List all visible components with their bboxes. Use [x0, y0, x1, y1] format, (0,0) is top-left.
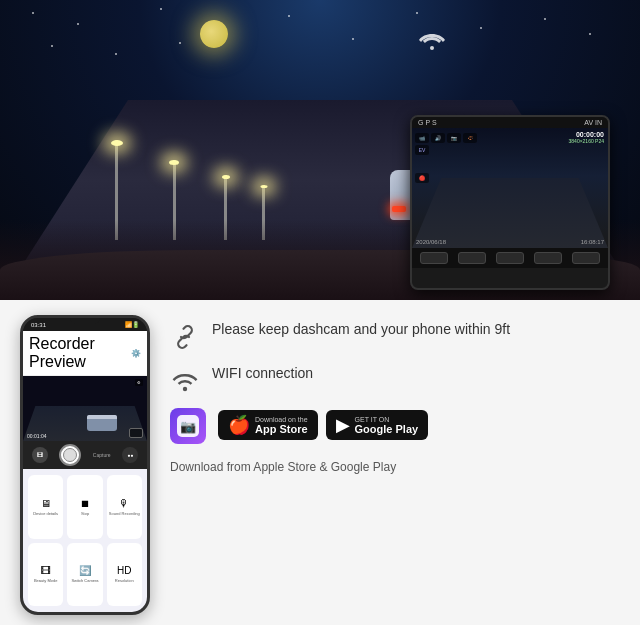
apple-icon: 🍎: [228, 414, 250, 436]
phone-ctrl-left[interactable]: 🎞: [32, 447, 48, 463]
dashcam-date: 2020/06/18: [416, 239, 446, 245]
googleplay-name: Google Play: [355, 423, 419, 435]
phone-menu-grid: 🖥 Device details ⏹ Stop 🎙 Sound Recordin…: [23, 469, 147, 612]
preview-settings-icon: ⚙: [135, 379, 143, 386]
moon: [200, 20, 228, 48]
wifi-text: WIFI connection: [212, 364, 620, 384]
wifi-row: WIFI connection: [170, 364, 620, 396]
wifi-icon: [170, 366, 200, 396]
appstore-name: App Store: [255, 423, 308, 435]
appstore-badge[interactable]: 🍎 Download on the App Store: [218, 410, 318, 440]
app-icon: 📷: [170, 408, 206, 444]
store-buttons: 🍎 Download on the App Store ▶ GET IT ON …: [218, 410, 428, 440]
phone-menu-beauty[interactable]: 🎞 Beauty Mode: [28, 543, 63, 607]
dashcam-time: 00:00:00: [569, 131, 604, 138]
phone-app-title: Recorder Preview: [29, 335, 131, 371]
dashcam-avin: AV IN: [584, 119, 602, 126]
svg-point-0: [183, 387, 187, 391]
phone-screen: Recorder Preview ⚙️ ⚙ 00:01:04 🎞: [23, 331, 147, 612]
phone-mockup: 03:31 📶🔋 Recorder Preview ⚙️ ⚙ 00:01:04: [20, 315, 150, 615]
dashcam-buttons: [412, 248, 608, 268]
info-section: Please keep dashcam and your phone withi…: [170, 315, 620, 615]
phone-ctrl-right[interactable]: ●●: [122, 447, 138, 463]
phone-ctrl-capture[interactable]: [59, 444, 81, 466]
phone-menu-sound[interactable]: 🎙 Sound Recording: [107, 475, 142, 539]
phone-notch: [70, 318, 100, 324]
dashcam-device: GPS AV IN 📹 🔊 📷 ⏱ EV: [410, 115, 610, 290]
phone-preview-controls: 🎞 Capture ●●: [23, 441, 147, 469]
phone-settings-icon[interactable]: ⚙️: [131, 349, 141, 358]
dashcam-gps: GPS: [418, 119, 439, 126]
phone-menu-res[interactable]: HD Resolution: [107, 543, 142, 607]
googleplay-badge[interactable]: ▶ GET IT ON Google Play: [326, 410, 429, 440]
phone-capture-label: Capture: [93, 452, 111, 458]
phone-menu-device[interactable]: 🖥 Device details: [28, 475, 63, 539]
preview-frame-icon: [129, 428, 143, 438]
googleplay-sub: GET IT ON: [355, 416, 419, 423]
bottom-section: 03:31 📶🔋 Recorder Preview ⚙️ ⚙ 00:01:04: [0, 300, 640, 625]
wifi-icon-road: [419, 30, 445, 56]
phone-menu-stop[interactable]: ⏹ Stop: [67, 475, 102, 539]
download-text: Download from Apple Store & Google Play: [170, 460, 620, 474]
distance-row: Please keep dashcam and your phone withi…: [170, 320, 620, 352]
phone-timer: 00:01:04: [27, 433, 46, 439]
appstore-row: 📷 🍎 Download on the App Store ▶ GET IT O…: [170, 408, 620, 444]
distance-text: Please keep dashcam and your phone withi…: [212, 320, 620, 340]
phone-app-header: Recorder Preview ⚙️: [23, 331, 147, 376]
phone-preview-area: ⚙ 00:01:04: [23, 376, 147, 441]
dashcam-clock: 16:08:17: [581, 239, 604, 245]
google-play-icon: ▶: [336, 414, 350, 436]
dashcam-screen: 📹 🔊 📷 ⏱ EV 🔴 00:00:00 3840×2160 P2: [412, 128, 608, 248]
dashcam-resolution: 3840×2160 P24: [569, 138, 604, 144]
phone-time: 03:31: [31, 322, 46, 328]
app-icon-inner: 📷: [177, 415, 199, 437]
phone-menu-switch[interactable]: 🔄 Switch Camera: [67, 543, 102, 607]
link-icon: [170, 322, 200, 352]
top-section: GPS AV IN 📹 🔊 📷 ⏱ EV: [0, 0, 640, 300]
phone-signal-icons: 📶🔋: [125, 321, 139, 328]
main-container: GPS AV IN 📹 🔊 📷 ⏱ EV: [0, 0, 640, 625]
appstore-sub: Download on the: [255, 416, 308, 423]
